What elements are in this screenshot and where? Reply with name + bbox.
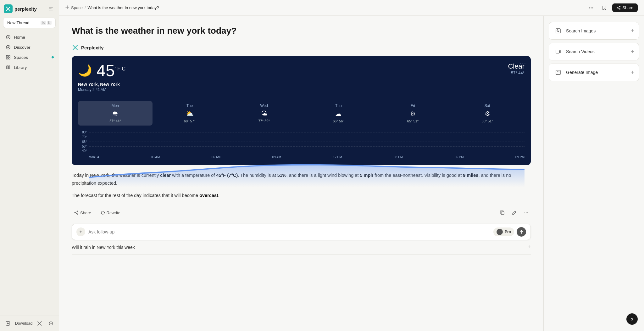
sidebar-item-discover[interactable]: Discover: [3, 42, 56, 52]
breadcrumb-current: What is the weather in new york today?: [88, 5, 159, 10]
weather-low: 44°: [518, 70, 525, 75]
share-button-label: Share: [622, 5, 633, 10]
weather-more-button[interactable]: ···: [520, 60, 526, 67]
sidebar-item-library[interactable]: Library: [3, 63, 56, 72]
weather-day-thu: Thu ☁ 66° 56°: [301, 101, 376, 126]
download-label[interactable]: Download: [15, 321, 33, 326]
follow-up-input[interactable]: [88, 229, 490, 234]
svg-point-32: [524, 212, 525, 213]
collapse-sidebar-button[interactable]: [47, 5, 55, 13]
svg-rect-3: [49, 10, 53, 10]
main-area: Space / What is the weather in new york …: [59, 0, 644, 331]
svg-rect-35: [556, 29, 560, 33]
search-videos-panel-item[interactable]: Search Videos +: [549, 43, 639, 60]
svg-point-36: [557, 30, 558, 31]
svg-point-5: [8, 36, 9, 38]
sidebar-item-home-label: Home: [14, 35, 25, 40]
save-button[interactable]: [599, 3, 610, 12]
spaces-icon: [6, 55, 11, 60]
generate-image-label: Generate Image: [566, 70, 598, 75]
sidebar-item-spaces[interactable]: Spaces: [3, 53, 56, 62]
share-answer-button[interactable]: Share: [72, 209, 94, 217]
generate-image-icon: pro: [553, 68, 563, 77]
new-thread-label: New Thread: [7, 20, 30, 25]
search-videos-plus-icon: +: [631, 48, 634, 55]
weather-days: Mon 🌧 57° 44° Tue ⛅ 69° 57° Wed 🌤 77° 59…: [78, 97, 525, 126]
svg-rect-31: [501, 212, 504, 215]
new-thread-shortcut: ⌘ K: [41, 21, 52, 25]
perplexity-source-icon: [72, 44, 79, 51]
app-name: perplexity: [14, 6, 37, 12]
perplexity-logo-icon: [4, 4, 13, 13]
library-icon: [6, 65, 11, 70]
follow-up-input-box: + Pro: [72, 224, 531, 240]
sidebar-item-spaces-label: Spaces: [14, 55, 28, 60]
rewrite-label: Rewrite: [107, 210, 120, 215]
search-images-panel-item[interactable]: Search Images +: [549, 22, 639, 40]
help-label: ?: [630, 317, 633, 322]
weather-temp-range: 57° 44°: [508, 70, 525, 75]
rewrite-button[interactable]: Rewrite: [98, 209, 123, 217]
pro-label: Pro: [505, 230, 511, 234]
topbar-actions: Share: [586, 3, 638, 12]
toggle-circle-icon: [497, 229, 503, 235]
search-images-plus-icon: +: [631, 28, 634, 34]
breadcrumb-separator: /: [85, 5, 86, 10]
weather-day-fri: Fri ⚙ 65° 51°: [376, 101, 450, 126]
new-thread-button[interactable]: New Thread ⌘ K: [3, 18, 56, 28]
weather-chart: 80° 70° 68° 58° 40°: [78, 131, 525, 159]
submit-follow-up-button[interactable]: [517, 227, 526, 237]
answer-paragraph-2: The forecast for the rest of the day ind…: [72, 192, 531, 199]
weather-day-mon: Mon 🌧 57° 44°: [78, 101, 153, 126]
search-videos-icon: [553, 47, 563, 56]
discover-icon: [6, 45, 11, 50]
svg-point-20: [592, 7, 593, 8]
download-icon[interactable]: [4, 319, 12, 328]
breadcrumb-space-link[interactable]: Space: [71, 5, 83, 10]
search-images-label: Search Images: [566, 28, 596, 33]
related-question-plus-icon: +: [527, 244, 531, 250]
svg-rect-12: [8, 66, 10, 69]
sidebar-item-home[interactable]: Home: [3, 32, 56, 42]
share-action-label: Share: [80, 210, 91, 215]
topbar: Space / What is the weather in new york …: [59, 0, 644, 16]
action-left: Share Rewrite: [72, 209, 123, 217]
weather-day-tue: Tue ⛅ 69° 57°: [153, 101, 227, 126]
content-area: What is the weather in new york today? P…: [59, 16, 644, 331]
weather-temperature: 45°F C: [97, 61, 125, 80]
breadcrumb-space-label: Space: [71, 5, 83, 10]
breadcrumb-plus-icon: [65, 5, 69, 10]
home-icon: [6, 35, 11, 40]
more-options-button[interactable]: [586, 3, 597, 12]
weather-day-wed: Wed 🌤 77° 59°: [227, 101, 301, 126]
generate-image-panel-item[interactable]: pro Generate Image +: [549, 64, 639, 81]
edit-button[interactable]: [509, 208, 519, 217]
svg-rect-1: [49, 8, 53, 8]
svg-rect-10: [8, 58, 10, 59]
footer-x-icon[interactable]: [36, 319, 44, 328]
pro-toggle[interactable]: Pro: [493, 227, 514, 236]
footer-chat-icon[interactable]: [47, 319, 55, 328]
generate-image-plus-icon: +: [631, 69, 634, 76]
help-button[interactable]: ?: [626, 313, 638, 325]
follow-up-add-button[interactable]: +: [76, 227, 85, 236]
share-button[interactable]: Share: [612, 3, 638, 12]
sidebar-item-discover-label: Discover: [14, 45, 31, 50]
action-right: [497, 208, 531, 217]
svg-point-34: [527, 212, 528, 213]
weather-day-sat: Sat ⚙ 58° 51°: [450, 101, 525, 126]
weather-main: 🌙 45°F C: [78, 62, 125, 79]
more-answer-options-button[interactable]: [521, 208, 531, 217]
svg-rect-9: [6, 58, 8, 59]
right-panel: Search Images + Search Videos + pro: [543, 16, 644, 331]
main-content: What is the weather in new york today? P…: [59, 16, 543, 331]
rewrite-icon: [101, 210, 105, 215]
search-videos-label: Search Videos: [566, 49, 595, 54]
related-question-item[interactable]: Will it rain in New York this week +: [72, 240, 531, 255]
spaces-dot: [52, 56, 54, 59]
breadcrumb: Space / What is the weather in new york …: [65, 5, 159, 10]
search-images-icon: [553, 26, 563, 36]
sidebar-header: perplexity: [0, 0, 59, 16]
sidebar: perplexity New Thread ⌘ K Home Discover …: [0, 0, 59, 331]
copy-button[interactable]: [497, 208, 507, 217]
